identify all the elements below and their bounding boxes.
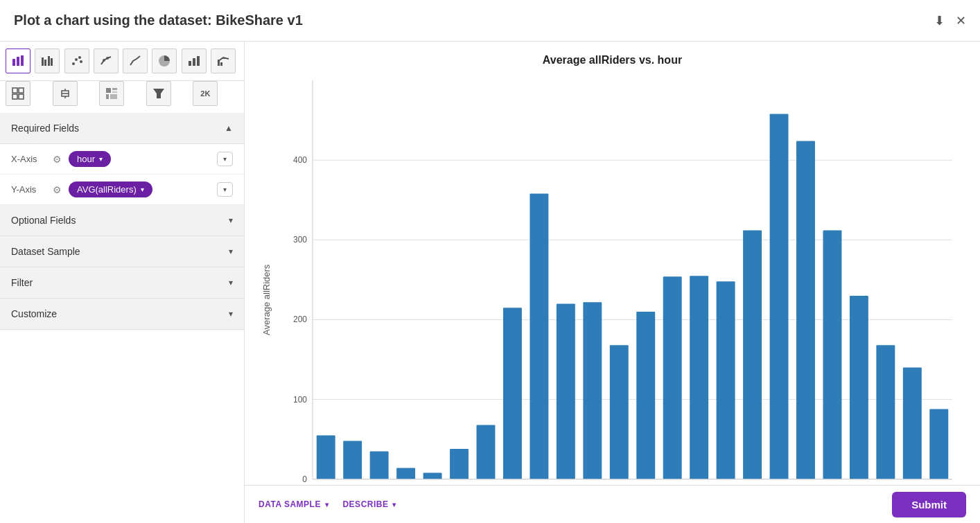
dataset-sample-label: Dataset Sample — [11, 246, 80, 257]
svg-rect-1 — [17, 57, 19, 66]
svg-rect-18 — [12, 88, 17, 93]
svg-rect-14 — [193, 58, 195, 66]
filter-header[interactable]: Filter ▾ — [0, 267, 244, 299]
svg-rect-3 — [42, 57, 44, 66]
svg-rect-76 — [770, 114, 789, 479]
svg-rect-84 — [876, 345, 895, 479]
y-axis-row: Y-Axis ⚙ AVG(allRiders) ▾ ▾ — [0, 175, 244, 205]
svg-rect-82 — [850, 296, 868, 479]
data-sample-arrow: ▾ — [325, 501, 329, 508]
svg-rect-29 — [106, 94, 109, 99]
svg-point-11 — [103, 59, 105, 62]
svg-rect-68 — [663, 276, 682, 479]
scatter-btn[interactable] — [64, 48, 89, 73]
svg-point-7 — [72, 62, 75, 65]
describe-tab[interactable]: DESCRIBE ▾ — [342, 499, 396, 509]
x-axis-dropdown-arrow: ▾ — [223, 155, 227, 163]
required-fields-arrow: ▲ — [225, 123, 233, 133]
y-axis-gear-icon[interactable]: ⚙ — [53, 184, 62, 195]
svg-rect-46 — [370, 451, 389, 479]
bottom-tabs: DATA SAMPLE ▾ DESCRIBE ▾ — [259, 499, 396, 509]
chart-type-row2: 2K — [0, 81, 244, 113]
optional-fields-label: Optional Fields — [11, 215, 76, 226]
chart-svg: 0100200300400012345678910111213141516171… — [274, 73, 966, 507]
y-axis-label: Y-Axis — [11, 184, 46, 195]
svg-point-8 — [75, 58, 78, 61]
required-fields-label: Required Fields — [11, 123, 79, 134]
svg-point-10 — [80, 60, 82, 63]
svg-rect-66 — [636, 312, 655, 479]
x-axis-value: hour — [77, 154, 95, 164]
pivot-btn[interactable] — [6, 81, 30, 106]
data-sample-label: DATA SAMPLE — [259, 499, 321, 509]
chart-title: Average allRiders vs. hour — [259, 54, 966, 67]
chart-area: Average allRiders vs. hour Average allRi… — [245, 42, 980, 523]
x-axis-label: X-Axis — [11, 154, 46, 164]
line-scatter-btn[interactable] — [94, 48, 119, 73]
y-axis-value: AVG(allRiders) — [77, 184, 137, 195]
line-btn[interactable] — [123, 48, 148, 73]
y-axis-dropdown-arrow: ▾ — [223, 186, 227, 193]
customize-header[interactable]: Customize ▾ — [0, 299, 244, 330]
box-btn[interactable] — [53, 81, 78, 106]
filter-label: Filter — [11, 277, 33, 288]
svg-rect-42 — [317, 435, 335, 479]
bar-chart-btn[interactable] — [6, 48, 30, 73]
dataset-sample-header[interactable]: Dataset Sample ▾ — [0, 236, 244, 267]
bottom-bar: DATA SAMPLE ▾ DESCRIBE ▾ Submit — [245, 485, 980, 523]
svg-rect-70 — [690, 276, 708, 479]
svg-rect-21 — [19, 94, 24, 99]
svg-rect-60 — [557, 303, 575, 479]
describe-arrow: ▾ — [392, 501, 396, 508]
svg-rect-30 — [110, 94, 117, 99]
svg-text:100: 100 — [293, 395, 307, 405]
svg-rect-80 — [823, 231, 841, 479]
svg-text:0: 0 — [302, 475, 307, 484]
svg-rect-20 — [12, 94, 17, 99]
histogram-btn[interactable] — [182, 48, 207, 73]
chart-type-row1 — [0, 42, 244, 81]
y-axis-pill[interactable]: AVG(allRiders) ▾ — [69, 181, 152, 197]
customize-label: Customize — [11, 308, 57, 319]
svg-rect-88 — [929, 409, 948, 479]
x-axis-pill[interactable]: hour ▾ — [69, 151, 111, 167]
svg-rect-74 — [743, 231, 762, 479]
optional-fields-arrow: ▾ — [229, 215, 233, 225]
svg-rect-58 — [530, 194, 548, 479]
2k-btn[interactable]: 2K — [193, 81, 218, 106]
x-axis-dropdown[interactable]: ▾ — [217, 152, 233, 166]
describe-label: DESCRIBE — [342, 499, 388, 509]
svg-rect-26 — [106, 88, 111, 93]
tile-btn[interactable] — [99, 81, 124, 106]
svg-text:400: 400 — [293, 155, 307, 165]
funnel-btn[interactable] — [146, 81, 171, 106]
chart-inner: 0100200300400012345678910111213141516171… — [274, 73, 966, 523]
x-axis-gear-icon[interactable]: ⚙ — [53, 154, 62, 165]
required-fields-header[interactable]: Required Fields ▲ — [0, 113, 244, 144]
data-sample-tab[interactable]: DATA SAMPLE ▾ — [259, 499, 329, 509]
svg-rect-62 — [583, 302, 602, 479]
combo-btn[interactable] — [211, 48, 236, 73]
svg-text:300: 300 — [293, 235, 307, 245]
svg-rect-6 — [51, 58, 53, 66]
y-axis-chart-label: Average allRiders — [259, 73, 274, 523]
pie-btn[interactable] — [152, 48, 177, 73]
svg-rect-48 — [396, 468, 415, 479]
x-axis-row: X-Axis ⚙ hour ▾ ▾ — [0, 144, 244, 175]
svg-rect-54 — [477, 425, 496, 479]
grouped-bar-btn[interactable] — [35, 48, 60, 73]
submit-button[interactable]: Submit — [892, 492, 966, 517]
y-axis-dropdown[interactable]: ▾ — [217, 182, 233, 197]
svg-rect-4 — [44, 60, 46, 66]
svg-point-12 — [106, 57, 109, 60]
close-icon[interactable]: ✕ — [956, 13, 966, 28]
svg-rect-86 — [903, 368, 922, 479]
download-icon[interactable]: ⬇ — [934, 13, 945, 28]
svg-rect-28 — [112, 91, 117, 93]
chart-plot: 0100200300400012345678910111213141516171… — [274, 73, 966, 507]
svg-point-9 — [78, 56, 81, 59]
svg-text:200: 200 — [293, 314, 307, 324]
main-layout: 2K Required Fields ▲ X-Axis ⚙ hour ▾ ▾ Y… — [0, 42, 980, 523]
optional-fields-header[interactable]: Optional Fields ▾ — [0, 205, 244, 236]
svg-rect-5 — [48, 56, 50, 66]
